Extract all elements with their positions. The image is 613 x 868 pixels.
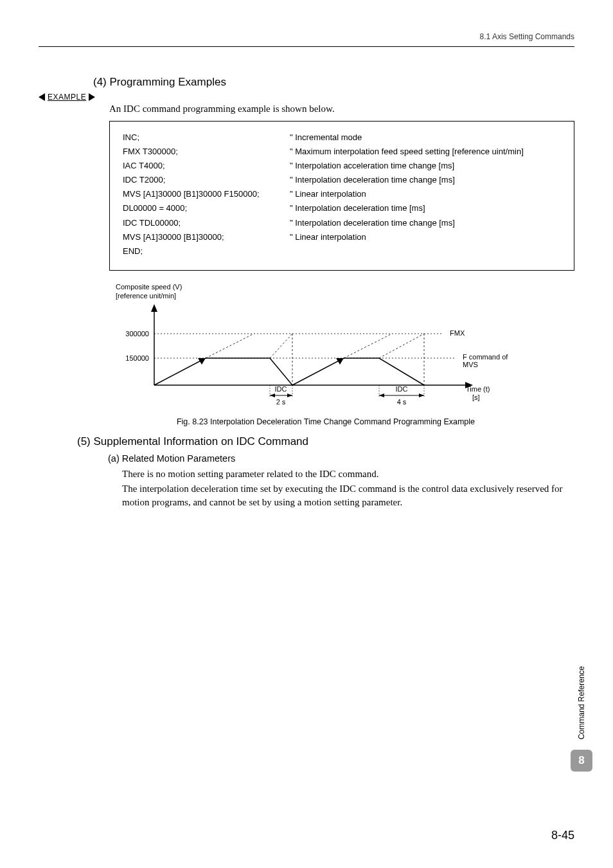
chart-fmx-label: FMX — [450, 329, 465, 337]
code-comment: " Maximum interpolation feed speed setti… — [290, 145, 566, 159]
chart-ytick-150000: 150000 — [125, 354, 149, 362]
code-comment: " Linear interpolation — [290, 230, 566, 244]
svg-marker-18 — [287, 393, 292, 397]
triangle-left-icon — [39, 93, 45, 101]
header-rule — [39, 46, 574, 47]
code-comment: " Interpolation acceleration time change… — [290, 159, 566, 173]
svg-marker-23 — [419, 393, 424, 397]
chart-yaxis-title-1: Composite speed (V) — [116, 283, 182, 291]
intro-text: An IDC command programming example is sh… — [109, 104, 574, 114]
example-marker: EXAMPLE — [39, 93, 574, 102]
chart-ytick-300000: 300000 — [125, 330, 149, 338]
chart-idc1-label: IDC — [275, 385, 287, 393]
svg-line-6 — [206, 334, 254, 358]
code-cmd: IAC T4000; — [123, 159, 290, 173]
code-cmd: IDC T2000; — [123, 173, 290, 187]
svg-line-11 — [379, 334, 424, 358]
code-cmd: DL00000 = 4000; — [123, 201, 290, 215]
chart-fcmd-label-1: F command of — [463, 353, 508, 361]
code-comment — [290, 244, 566, 258]
figure-caption: Fig. 8.23 Interpolation Deceleration Tim… — [77, 417, 574, 426]
svg-marker-17 — [270, 393, 275, 397]
chart-idc2-duration: 4 s — [397, 398, 407, 406]
chart-fcmd-label-2: MVS — [463, 361, 478, 368]
chapter-badge: 8 — [571, 750, 592, 772]
code-cmd: INC; — [123, 131, 290, 145]
code-cmd: MVS [A1]30000 [B1]30000 F150000; — [123, 187, 290, 201]
chart-xaxis-title-1: Time (t) — [466, 385, 490, 393]
svg-marker-22 — [379, 393, 384, 397]
code-cmd: FMX T300000; — [123, 145, 290, 159]
body-paragraph: The interpolation deceleration time set … — [122, 482, 574, 509]
side-tab-label: Command Reference — [577, 666, 586, 739]
chart-idc2-label: IDC — [396, 385, 408, 393]
heading-4: (4) Programming Examples — [93, 76, 574, 89]
code-cmd: MVS [A1]30000 [B1]30000; — [123, 230, 290, 244]
triangle-right-icon — [89, 93, 95, 101]
code-comment: " Linear interpolation — [290, 187, 566, 201]
svg-line-10 — [344, 334, 392, 358]
code-cmd: IDC TDL00000; — [123, 216, 290, 230]
header-section-path: 8.1 Axis Setting Commands — [39, 32, 574, 46]
chart-xaxis-title-2: [s] — [472, 393, 480, 401]
chart-container: Composite speed (V) [reference unit/min]… — [109, 282, 520, 411]
page-number: 8-45 — [551, 829, 574, 842]
chart-yaxis-title-2: [reference unit/min] — [116, 292, 176, 300]
subheading-a: (a) Related Motion Parameters — [108, 453, 574, 464]
code-comment: " Interpolation deceleration time change… — [290, 173, 566, 187]
heading-5: (5) Supplemental Information on IDC Comm… — [77, 435, 574, 448]
example-label: EXAMPLE — [48, 93, 86, 102]
code-comment: " Interpolation deceleration time change… — [290, 216, 566, 230]
code-comment: " Interpolation deceleration time [ms] — [290, 201, 566, 215]
svg-line-7 — [270, 334, 292, 358]
svg-marker-1 — [151, 304, 157, 312]
chart-idc1-duration: 2 s — [276, 398, 286, 406]
body-paragraph: There is no motion setting parameter rel… — [122, 467, 574, 481]
code-example-box: INC;" Incremental mode FMX T300000;" Max… — [109, 121, 574, 271]
code-comment: " Incremental mode — [290, 131, 566, 145]
code-cmd: END; — [123, 244, 290, 258]
chart-svg: 300000 150000 FMX F command of MVS — [109, 302, 520, 411]
